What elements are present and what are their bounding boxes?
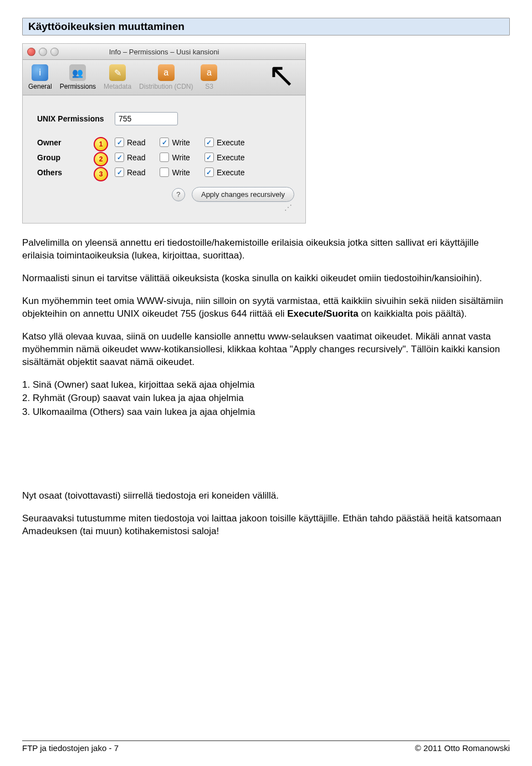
tab-metadata[interactable]: ✎ Metadata <box>100 63 135 92</box>
page: Käyttöoikeuksien muuttaminen Info – Perm… <box>0 0 532 766</box>
tab-distribution[interactable]: a Distribution (CDN) <box>136 63 196 92</box>
marker-2: 2 <box>94 152 108 166</box>
help-button[interactable]: ? <box>172 188 185 201</box>
resize-handle-icon[interactable]: ⋰ <box>34 203 294 212</box>
permissions-panel: UNIX Permissions 1 Owner Read Write Exec… <box>23 95 305 223</box>
toolbar: i General 👥 Permissions ✎ Metadata a Dis… <box>23 60 305 95</box>
marker-3: 3 <box>94 167 108 181</box>
footer-left: FTP ja tiedostojen jako - 7 <box>22 743 119 753</box>
group-execute[interactable]: Execute <box>204 153 245 162</box>
checkbox-icon <box>204 153 214 162</box>
checkbox-icon <box>160 138 169 147</box>
page-footer: FTP ja tiedostojen jako - 7 © 2011 Otto … <box>22 740 510 753</box>
tab-label: Metadata <box>104 83 131 90</box>
owner-execute[interactable]: Execute <box>204 138 245 147</box>
pencil-icon: ✎ <box>109 64 126 81</box>
window-titlebar: Info – Permissions – Uusi kansioni <box>23 44 305 60</box>
tab-label: General <box>28 83 52 90</box>
perm-row-owner: 1 Owner Read Write Execute <box>34 138 294 147</box>
box-icon: a <box>201 64 217 81</box>
paragraph: Palvelimilla on yleensä annettu eri tied… <box>22 237 510 262</box>
window-title: Info – Permissions – Uusi kansioni <box>23 48 305 56</box>
tab-label: Permissions <box>60 83 96 90</box>
marker-1: 1 <box>94 137 108 151</box>
paragraph: Katso yllä olevaa kuvaa, siinä on uudell… <box>22 331 510 369</box>
section-heading: Käyttöoikeuksien muuttaminen <box>22 18 510 35</box>
checkbox-icon <box>115 153 124 162</box>
panel-footer: ? Apply changes recursively <box>34 187 294 202</box>
tab-s3[interactable]: a S3 <box>197 63 221 92</box>
checkbox-icon <box>204 168 214 177</box>
tab-permissions[interactable]: 👥 Permissions <box>57 63 99 92</box>
others-read[interactable]: Read <box>115 168 145 177</box>
perm-row-group: 2 Group Read Write Execute <box>34 153 294 162</box>
checkbox-icon <box>204 138 214 147</box>
perm-row-others: 3 Others Read Write Execute <box>34 168 294 177</box>
others-execute[interactable]: Execute <box>204 168 245 177</box>
group-write[interactable]: Write <box>160 153 190 162</box>
paragraph: Normaalisti sinun ei tarvitse välittää o… <box>22 272 510 285</box>
permissions-window: Info – Permissions – Uusi kansioni i Gen… <box>22 43 306 224</box>
group-read[interactable]: Read <box>115 153 145 162</box>
others-write[interactable]: Write <box>160 168 190 177</box>
apply-recursively-button[interactable]: Apply changes recursively <box>192 187 294 202</box>
checkbox-icon <box>160 153 169 162</box>
tab-label: Distribution (CDN) <box>139 83 193 90</box>
checkbox-icon <box>115 138 124 147</box>
tab-general[interactable]: i General <box>25 63 55 92</box>
info-icon: i <box>32 64 48 81</box>
unix-permissions-label: UNIX Permissions <box>34 114 115 123</box>
checkbox-icon <box>160 168 169 177</box>
group-icon: 👥 <box>69 64 86 81</box>
tab-label: S3 <box>205 83 213 90</box>
unix-permissions-field[interactable] <box>115 112 178 125</box>
paragraph: Nyt osaat (toivottavasti) siirrellä tied… <box>22 490 510 503</box>
footer-right: © 2011 Otto Romanowski <box>415 743 510 753</box>
checkbox-icon <box>115 168 124 177</box>
list-item: 2. Ryhmät (Group) saavat vain lukea ja a… <box>22 392 510 405</box>
list-item: 1. Sinä (Owner) saat lukea, kirjoittaa s… <box>22 379 510 392</box>
owner-write[interactable]: Write <box>160 138 190 147</box>
list-item: 3. Ulkomaailma (Others) saa vain lukea j… <box>22 406 510 419</box>
paragraph: Kun myöhemmin teet omia WWW-sivuja, niin… <box>22 295 510 321</box>
paragraph: Seuraavaksi tutustumme miten tiedostoja … <box>22 513 510 538</box>
owner-read[interactable]: Read <box>115 138 145 147</box>
box-icon: a <box>158 64 175 81</box>
